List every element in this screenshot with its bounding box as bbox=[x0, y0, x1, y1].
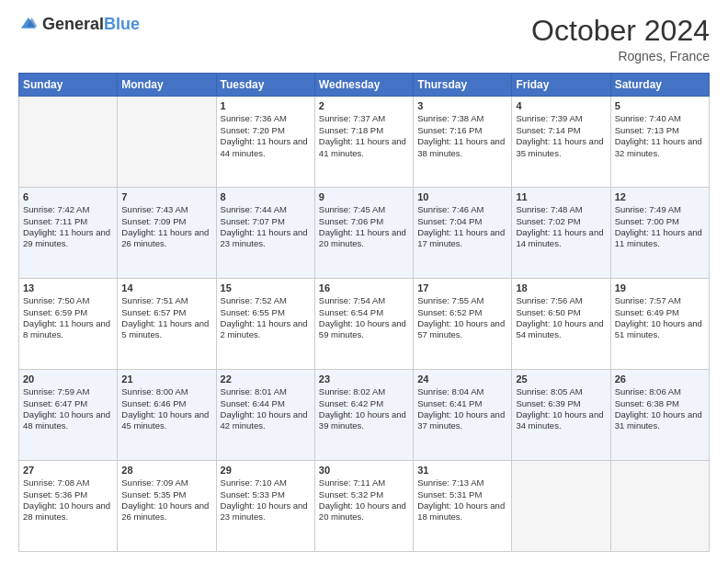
calendar-cell: 9Sunrise: 7:45 AMSunset: 7:06 PMDaylight… bbox=[314, 188, 413, 279]
daylight-text: Daylight: 10 hours and 23 minutes. bbox=[221, 500, 311, 523]
calendar-cell: 5Sunrise: 7:40 AMSunset: 7:13 PMDaylight… bbox=[610, 97, 709, 188]
title-section: October 2024 Rognes, France bbox=[531, 15, 710, 63]
calendar-cell: 30Sunrise: 7:11 AMSunset: 5:32 PMDayligh… bbox=[314, 461, 413, 552]
sunset-text: Sunset: 7:00 PM bbox=[615, 216, 705, 227]
sunset-text: Sunset: 7:07 PM bbox=[221, 216, 311, 227]
sunset-text: Sunset: 7:14 PM bbox=[516, 125, 606, 136]
daylight-text: Daylight: 10 hours and 26 minutes. bbox=[121, 500, 211, 523]
day-number: 26 bbox=[615, 373, 705, 385]
sunset-text: Sunset: 5:35 PM bbox=[121, 489, 211, 500]
logo: GeneralBlue bbox=[18, 15, 140, 35]
day-header-tuesday: Tuesday bbox=[216, 74, 314, 97]
day-number: 22 bbox=[221, 373, 311, 385]
day-number: 20 bbox=[23, 373, 113, 385]
daylight-text: Daylight: 11 hours and 14 minutes. bbox=[516, 227, 606, 250]
daylight-text: Daylight: 10 hours and 31 minutes. bbox=[615, 409, 705, 432]
sunrise-text: Sunrise: 7:49 AM bbox=[615, 204, 705, 215]
sunset-text: Sunset: 7:18 PM bbox=[319, 125, 409, 136]
calendar-cell: 12Sunrise: 7:49 AMSunset: 7:00 PMDayligh… bbox=[610, 188, 709, 279]
sunrise-text: Sunrise: 7:55 AM bbox=[417, 295, 507, 306]
sunrise-text: Sunrise: 7:36 AM bbox=[221, 113, 311, 124]
day-number: 13 bbox=[23, 282, 113, 294]
day-number: 18 bbox=[516, 282, 606, 294]
daylight-text: Daylight: 11 hours and 5 minutes. bbox=[121, 318, 211, 341]
day-number: 12 bbox=[615, 190, 705, 203]
day-number: 25 bbox=[516, 373, 606, 385]
sunset-text: Sunset: 5:36 PM bbox=[23, 489, 113, 500]
sunrise-text: Sunrise: 7:48 AM bbox=[516, 204, 606, 215]
daylight-text: Daylight: 11 hours and 8 minutes. bbox=[23, 318, 113, 341]
sunrise-text: Sunrise: 7:46 AM bbox=[417, 204, 507, 215]
calendar-cell bbox=[19, 97, 118, 188]
sunrise-text: Sunrise: 7:40 AM bbox=[615, 113, 705, 124]
day-number: 19 bbox=[615, 282, 705, 294]
sunset-text: Sunset: 7:11 PM bbox=[23, 216, 113, 227]
daylight-text: Daylight: 10 hours and 54 minutes. bbox=[516, 318, 606, 341]
daylight-text: Daylight: 10 hours and 39 minutes. bbox=[319, 409, 409, 432]
sunset-text: Sunset: 6:55 PM bbox=[221, 307, 311, 318]
day-header-friday: Friday bbox=[512, 74, 610, 97]
day-header-sunday: Sunday bbox=[19, 74, 118, 97]
calendar-cell: 4Sunrise: 7:39 AMSunset: 7:14 PMDaylight… bbox=[512, 97, 610, 188]
day-header-saturday: Saturday bbox=[610, 74, 709, 97]
calendar-week-row: 1Sunrise: 7:36 AMSunset: 7:20 PMDaylight… bbox=[19, 97, 710, 188]
sunrise-text: Sunrise: 7:54 AM bbox=[319, 295, 409, 306]
calendar-cell bbox=[118, 97, 216, 188]
calendar-cell: 7Sunrise: 7:43 AMSunset: 7:09 PMDaylight… bbox=[118, 188, 216, 279]
daylight-text: Daylight: 11 hours and 44 minutes. bbox=[221, 136, 311, 159]
day-number: 11 bbox=[516, 190, 606, 203]
calendar-cell: 29Sunrise: 7:10 AMSunset: 5:33 PMDayligh… bbox=[216, 461, 314, 552]
sunset-text: Sunset: 6:59 PM bbox=[23, 307, 113, 318]
day-number: 24 bbox=[417, 373, 507, 385]
daylight-text: Daylight: 10 hours and 51 minutes. bbox=[615, 318, 705, 341]
calendar-cell: 11Sunrise: 7:48 AMSunset: 7:02 PMDayligh… bbox=[512, 188, 610, 279]
sunrise-text: Sunrise: 7:37 AM bbox=[319, 113, 409, 124]
calendar-cell: 14Sunrise: 7:51 AMSunset: 6:57 PMDayligh… bbox=[118, 279, 216, 370]
calendar-cell: 8Sunrise: 7:44 AMSunset: 7:07 PMDaylight… bbox=[216, 188, 314, 279]
sunrise-text: Sunrise: 7:38 AM bbox=[417, 113, 507, 124]
calendar-cell: 6Sunrise: 7:42 AMSunset: 7:11 PMDaylight… bbox=[19, 188, 118, 279]
day-header-monday: Monday bbox=[118, 74, 216, 97]
sunset-text: Sunset: 5:31 PM bbox=[417, 489, 507, 500]
daylight-text: Daylight: 11 hours and 35 minutes. bbox=[516, 136, 606, 159]
day-number: 3 bbox=[417, 99, 507, 112]
daylight-text: Daylight: 10 hours and 42 minutes. bbox=[221, 409, 311, 432]
calendar-cell: 20Sunrise: 7:59 AMSunset: 6:47 PMDayligh… bbox=[19, 370, 118, 461]
sunset-text: Sunset: 6:39 PM bbox=[516, 398, 606, 409]
day-number: 5 bbox=[615, 99, 705, 112]
sunrise-text: Sunrise: 7:10 AM bbox=[221, 477, 311, 488]
sunrise-text: Sunrise: 7:39 AM bbox=[516, 113, 606, 124]
sunrise-text: Sunrise: 7:11 AM bbox=[319, 477, 409, 488]
sunset-text: Sunset: 6:44 PM bbox=[221, 398, 311, 409]
sunset-text: Sunset: 5:33 PM bbox=[221, 489, 311, 500]
day-number: 30 bbox=[319, 464, 409, 477]
day-number: 23 bbox=[319, 373, 409, 385]
calendar-cell: 2Sunrise: 7:37 AMSunset: 7:18 PMDaylight… bbox=[314, 97, 413, 188]
daylight-text: Daylight: 11 hours and 23 minutes. bbox=[221, 227, 311, 250]
sunset-text: Sunset: 6:54 PM bbox=[319, 307, 409, 318]
calendar-cell: 3Sunrise: 7:38 AMSunset: 7:16 PMDaylight… bbox=[414, 97, 512, 188]
daylight-text: Daylight: 11 hours and 26 minutes. bbox=[121, 227, 211, 250]
day-header-wednesday: Wednesday bbox=[314, 74, 413, 97]
calendar-cell: 1Sunrise: 7:36 AMSunset: 7:20 PMDaylight… bbox=[216, 97, 314, 188]
sunset-text: Sunset: 7:09 PM bbox=[121, 216, 211, 227]
sunrise-text: Sunrise: 8:02 AM bbox=[319, 386, 409, 397]
day-number: 16 bbox=[319, 282, 409, 294]
daylight-text: Daylight: 11 hours and 41 minutes. bbox=[319, 136, 409, 159]
sunrise-text: Sunrise: 7:08 AM bbox=[23, 477, 113, 488]
sunrise-text: Sunrise: 7:59 AM bbox=[23, 386, 113, 397]
day-number: 8 bbox=[221, 190, 311, 203]
calendar-cell: 28Sunrise: 7:09 AMSunset: 5:35 PMDayligh… bbox=[118, 461, 216, 552]
daylight-text: Daylight: 11 hours and 20 minutes. bbox=[319, 227, 409, 250]
calendar-cell: 25Sunrise: 8:05 AMSunset: 6:39 PMDayligh… bbox=[512, 370, 610, 461]
sunset-text: Sunset: 7:13 PM bbox=[615, 125, 705, 136]
sunset-text: Sunset: 6:52 PM bbox=[417, 307, 507, 318]
page: GeneralBlue October 2024 Rognes, France … bbox=[0, 0, 728, 563]
daylight-text: Daylight: 10 hours and 48 minutes. bbox=[23, 409, 113, 432]
daylight-text: Daylight: 10 hours and 34 minutes. bbox=[516, 409, 606, 432]
sunrise-text: Sunrise: 8:05 AM bbox=[516, 386, 606, 397]
calendar-cell: 22Sunrise: 8:01 AMSunset: 6:44 PMDayligh… bbox=[216, 370, 314, 461]
daylight-text: Daylight: 10 hours and 57 minutes. bbox=[417, 318, 507, 341]
day-number: 7 bbox=[121, 190, 211, 203]
calendar-cell: 26Sunrise: 8:06 AMSunset: 6:38 PMDayligh… bbox=[610, 370, 709, 461]
